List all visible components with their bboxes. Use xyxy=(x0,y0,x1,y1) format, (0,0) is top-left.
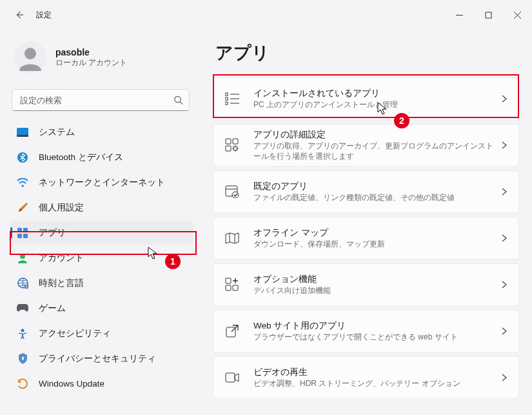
system-icon xyxy=(17,127,28,138)
external-link-icon xyxy=(224,323,241,339)
time-language-icon: A xyxy=(17,278,28,289)
sidebar-item-label: アクセシビリティ xyxy=(39,328,111,339)
account-icon xyxy=(17,252,28,264)
sidebar-item-gaming[interactable]: ゲーム xyxy=(10,296,193,320)
sidebar-item-label: 時刻と言語 xyxy=(39,278,84,289)
svg-rect-9 xyxy=(17,234,22,238)
window-title: 設定 xyxy=(36,10,52,21)
card-subtitle: ファイルの既定値、リンク種類の既定値、その他の既定値 xyxy=(253,192,497,203)
sidebar-item-label: アカウント xyxy=(39,252,84,264)
sidebar-item-label: ネットワークとインターネット xyxy=(39,177,165,188)
sidebar-item-privacy[interactable]: プライバシーとセキュリティ xyxy=(10,347,193,370)
card-title: オプション機能 xyxy=(253,274,497,285)
card-subtitle: ダウンロード、保存場所、マップ更新 xyxy=(253,239,497,249)
svg-rect-7 xyxy=(17,228,22,232)
svg-rect-0 xyxy=(486,12,491,18)
map-icon xyxy=(224,230,241,247)
sidebar-item-apps[interactable]: アプリ xyxy=(10,221,193,245)
gaming-icon xyxy=(17,303,28,314)
sidebar-item-system[interactable]: システム xyxy=(10,120,193,144)
svg-point-14 xyxy=(21,329,25,332)
card-subtitle: PC 上のアプリのアンインストールと管理 xyxy=(253,99,497,110)
sidebar-item-time-language[interactable]: A 時刻と言語 xyxy=(10,271,193,295)
chevron-right-icon xyxy=(502,141,507,149)
sidebar-item-accounts[interactable]: アカウント xyxy=(10,246,193,270)
default-apps-icon xyxy=(224,183,241,200)
svg-rect-19 xyxy=(225,102,228,105)
windows-update-icon xyxy=(17,378,28,390)
chevron-right-icon xyxy=(502,234,507,242)
svg-rect-30 xyxy=(226,373,235,382)
search-input[interactable] xyxy=(12,89,190,111)
bluetooth-icon xyxy=(17,152,28,163)
sidebar-item-label: ゲーム xyxy=(39,303,66,314)
sidebar-item-windows-update[interactable]: Windows Update xyxy=(10,372,193,396)
svg-rect-17 xyxy=(225,93,228,96)
svg-rect-3 xyxy=(17,128,28,136)
close-button[interactable] xyxy=(503,0,532,30)
list-icon xyxy=(224,90,241,107)
sidebar-item-label: システム xyxy=(39,127,75,138)
accessibility-icon xyxy=(17,328,28,339)
card-subtitle: アプリの取得、アプリのアーカイブ、更新プログラムのアンインストールを行う場所を選… xyxy=(253,141,497,161)
privacy-icon xyxy=(17,353,28,365)
svg-rect-22 xyxy=(226,146,231,151)
sidebar-item-label: Windows Update xyxy=(39,379,104,389)
svg-rect-10 xyxy=(23,234,28,238)
sidebar-item-bluetooth[interactable]: Bluetooth とデバイス xyxy=(10,145,193,169)
card-title: アプリの詳細設定 xyxy=(253,129,497,141)
svg-rect-8 xyxy=(23,228,28,232)
card-subtitle: デバイス向け追加機能 xyxy=(253,285,497,296)
svg-rect-26 xyxy=(226,278,231,283)
sidebar-item-accessibility[interactable]: アクセシビリティ xyxy=(10,321,193,345)
video-icon xyxy=(224,369,241,386)
card-installed-apps[interactable]: インストールされているアプリ PC 上のアプリのアンインストールと管理 xyxy=(213,77,519,120)
card-title: Web サイト用のアプリ xyxy=(253,320,497,332)
minimize-button[interactable] xyxy=(445,0,474,30)
wifi-icon xyxy=(17,177,28,188)
card-advanced-app-settings[interactable]: アプリの詳細設定 アプリの取得、アプリのアーカイブ、更新プログラムのアンインスト… xyxy=(213,124,519,167)
svg-point-6 xyxy=(21,185,23,187)
sidebar-item-personalization[interactable]: 個人用設定 xyxy=(10,196,193,219)
maximize-button[interactable] xyxy=(474,0,503,30)
user-name: pasoble xyxy=(55,47,127,57)
svg-point-1 xyxy=(25,48,36,59)
sidebar-item-label: Bluetooth とデバイス xyxy=(39,152,123,163)
user-subtitle: ローカル アカウント xyxy=(55,57,127,68)
card-title: ビデオの再生 xyxy=(253,367,497,378)
svg-point-11 xyxy=(20,254,25,259)
user-profile[interactable]: pasoble ローカル アカウント xyxy=(0,34,200,85)
svg-rect-4 xyxy=(17,135,28,137)
card-optional-features[interactable]: オプション機能 デバイス向け追加機能 xyxy=(213,263,519,306)
card-apps-for-websites[interactable]: Web サイト用のアプリ ブラウザーではなくアプリで開くことができる web サ… xyxy=(213,310,519,352)
svg-rect-27 xyxy=(226,285,231,290)
card-subtitle: ビデオ調整、HDR ストリーミング、バッテリー オプション xyxy=(253,378,497,389)
card-title: 既定のアプリ xyxy=(253,181,497,192)
brush-icon xyxy=(17,202,28,214)
card-video-playback[interactable]: ビデオの再生 ビデオ調整、HDR ストリーミング、バッテリー オプション xyxy=(213,356,519,399)
chevron-right-icon xyxy=(502,327,507,335)
add-apps-icon xyxy=(224,276,241,293)
card-title: オフライン マップ xyxy=(253,227,497,239)
chevron-right-icon xyxy=(502,188,507,196)
back-button[interactable] xyxy=(9,5,30,25)
card-offline-maps[interactable]: オフライン マップ ダウンロード、保存場所、マップ更新 xyxy=(213,217,519,259)
svg-rect-16 xyxy=(22,358,23,360)
page-title: アプリ xyxy=(215,41,519,65)
svg-text:A: A xyxy=(25,285,28,288)
card-default-apps[interactable]: 既定のアプリ ファイルの既定値、リンク種類の既定値、その他の既定値 xyxy=(213,170,519,213)
sidebar-item-label: 個人用設定 xyxy=(39,202,84,214)
card-title: インストールされているアプリ xyxy=(253,88,497,99)
sidebar-item-network[interactable]: ネットワークとインターネット xyxy=(10,170,193,194)
card-subtitle: ブラウザーではなくアプリで開くことができる web サイト xyxy=(253,332,497,342)
chevron-right-icon xyxy=(502,281,507,288)
apps-gear-icon xyxy=(224,137,241,154)
svg-rect-21 xyxy=(233,139,238,144)
svg-rect-28 xyxy=(233,285,238,290)
chevron-right-icon xyxy=(502,374,507,381)
avatar xyxy=(14,41,46,74)
sidebar-item-label: アプリ xyxy=(39,227,66,239)
svg-point-25 xyxy=(232,192,239,198)
svg-rect-18 xyxy=(225,97,228,100)
chevron-right-icon xyxy=(502,95,507,103)
